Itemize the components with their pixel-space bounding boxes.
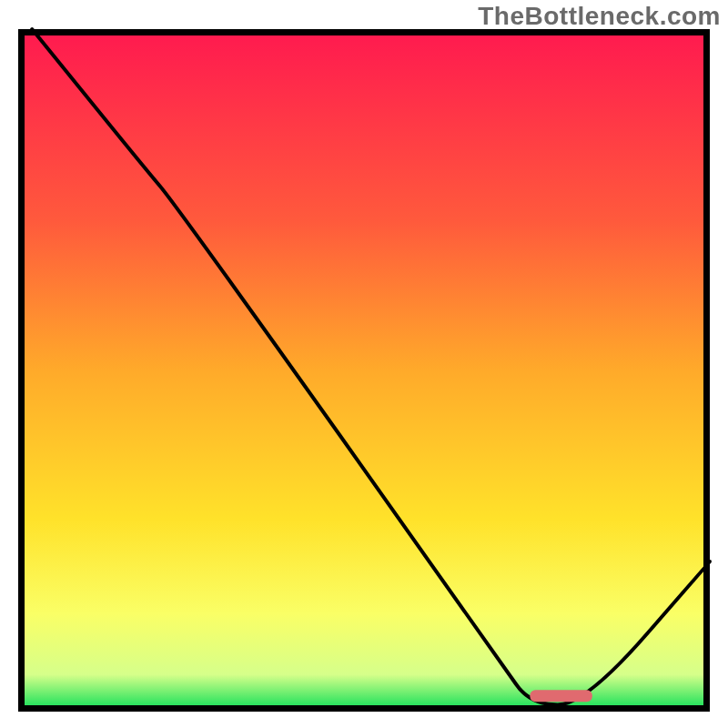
plot-background bbox=[22, 33, 707, 709]
chart-container: TheBottleneck.com bbox=[0, 0, 728, 728]
watermark-text: TheBottleneck.com bbox=[478, 2, 721, 31]
optimal-region-marker bbox=[530, 690, 592, 702]
chart-svg bbox=[0, 0, 728, 728]
